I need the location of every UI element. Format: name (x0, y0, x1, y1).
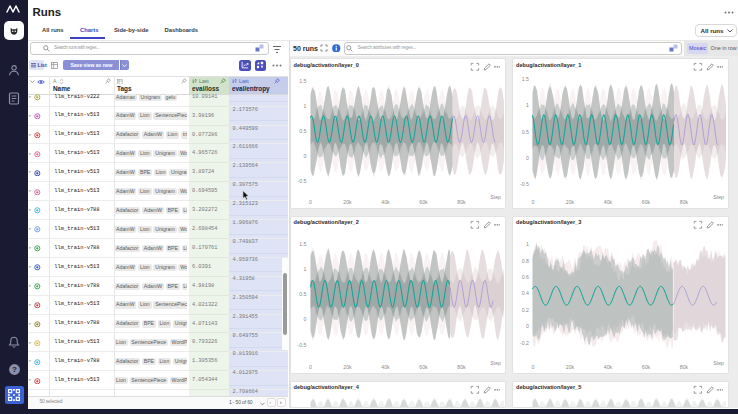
svg-text:?: ? (12, 365, 17, 374)
